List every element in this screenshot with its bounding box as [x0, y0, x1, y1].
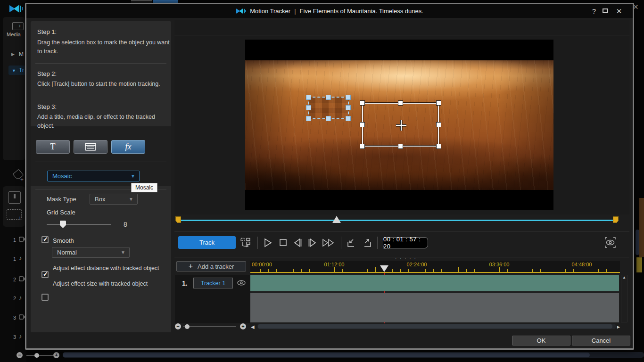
track-num-1a: 1 [13, 256, 16, 262]
tracker-name-field[interactable]: Tracker 1 [193, 278, 233, 288]
mask-type-select[interactable]: Box ▼ [90, 194, 138, 205]
app-zoom-out-button[interactable]: − [17, 352, 23, 358]
effect-select[interactable]: Mosaic ▼ [47, 171, 140, 181]
grid-scale-slider[interactable] [47, 224, 111, 225]
visibility-eye-icon[interactable] [237, 279, 246, 287]
attach-title-button[interactable]: T [36, 140, 70, 154]
timeline-vscroll[interactable]: ▲ [621, 275, 627, 322]
media-room-label[interactable]: Media [7, 32, 21, 37]
tree-item-media[interactable]: M [19, 51, 24, 58]
resize-handle[interactable] [326, 95, 331, 100]
dialog-titlebar[interactable]: Motion Tracker | Five Elements of Maurit… [26, 4, 633, 18]
chevron-down-icon: ▼ [131, 173, 135, 179]
seek-end-marker[interactable] [613, 216, 619, 223]
adjust-distance-checkbox[interactable]: ✓ [41, 271, 49, 278]
smooth-level-select[interactable]: Normal ▼ [52, 247, 130, 258]
resize-handle[interactable] [306, 105, 311, 110]
timeline-ruler[interactable]: 00:00:00 01:12:00 02:24:00 03:36:00 04:4… [250, 261, 620, 273]
ok-button[interactable]: OK [512, 336, 570, 346]
fast-forward-icon[interactable] [322, 237, 336, 248]
empty-track-bar[interactable] [250, 293, 619, 322]
app-zoom-slider[interactable] [26, 355, 53, 356]
resize-handle[interactable] [398, 100, 403, 106]
screen-tool-icon[interactable] [8, 191, 21, 204]
mark-in-icon[interactable] [346, 238, 358, 248]
bg-vscrollbar[interactable] [636, 230, 639, 255]
seek-thumb[interactable] [332, 216, 341, 223]
tracking-selection-box[interactable] [362, 103, 439, 147]
preview-quality-eye-icon[interactable] [604, 237, 616, 248]
tree-expand-arrow[interactable]: ▼ [12, 68, 16, 73]
mosaic-selection-box[interactable] [308, 97, 349, 119]
media-room-icon[interactable]: ♪ [12, 22, 24, 30]
seek-bar[interactable] [177, 220, 619, 221]
tracker1-clip-bar[interactable] [250, 275, 619, 291]
timeline-hscroll-thumb[interactable] [258, 324, 612, 329]
timeline-zoom-slider-thumb[interactable] [185, 324, 190, 329]
stop-icon[interactable] [278, 237, 288, 248]
grid-scale-label: Grid Scale [47, 209, 75, 216]
check-icon: ✓ [43, 271, 48, 278]
seek-start-marker[interactable] [175, 216, 181, 223]
grid-scale-slider-thumb[interactable] [60, 221, 66, 228]
resize-handle[interactable] [360, 100, 365, 106]
scroll-up-icon[interactable]: ▲ [621, 275, 627, 280]
adjust-size-checkbox[interactable] [41, 294, 49, 301]
tracking-mode-icon[interactable] [240, 237, 251, 248]
resize-handle[interactable] [360, 144, 365, 149]
dialog-title-sep: | [294, 8, 296, 15]
timeline-zoom-slider[interactable] [183, 326, 236, 327]
resize-handle[interactable] [346, 95, 351, 100]
app-hscroll-thumb[interactable] [63, 353, 590, 357]
resize-handle[interactable] [398, 144, 403, 149]
smooth-checkbox[interactable]: ✓ [41, 236, 49, 243]
crosshair-icon[interactable] [395, 119, 407, 132]
adjust-size-label: Adjust effect size with tracked object [53, 280, 148, 287]
resize-handle[interactable] [436, 122, 441, 127]
attach-effect-button[interactable]: fx [111, 140, 145, 154]
step1-text: Drag the selection box to mark the objec… [37, 38, 172, 56]
resize-handle[interactable] [360, 122, 365, 127]
timeline-hscroll-track[interactable] [257, 324, 616, 329]
resize-handle[interactable] [436, 144, 441, 149]
help-button[interactable]: ? [589, 7, 599, 15]
tree-item-tracked[interactable]: Tr [19, 67, 24, 74]
chevron-down-icon: ▼ [129, 197, 133, 202]
app-zoom-slider-thumb[interactable] [34, 353, 39, 358]
divider [377, 237, 378, 249]
timeline-zoom-out-button[interactable]: − [175, 323, 181, 329]
tree-collapse-arrow[interactable]: ▶ [11, 52, 15, 57]
media-clip-icon [85, 143, 96, 151]
attach-media-clip-button[interactable] [74, 140, 107, 154]
maximize-button[interactable] [603, 8, 608, 13]
next-frame-icon[interactable] [307, 237, 317, 248]
play-icon[interactable] [263, 237, 273, 248]
resize-handle[interactable] [306, 95, 311, 100]
app-hscroll-track[interactable] [63, 352, 644, 358]
mark-out-icon[interactable] [360, 238, 372, 248]
adjust-distance-label: Adjust effect distance with tracked obje… [53, 265, 159, 272]
scroll-right-icon[interactable]: ► [616, 324, 621, 329]
tracker-row-index: 1. [182, 280, 188, 287]
scroll-left-icon[interactable]: ◀ [251, 324, 255, 329]
resize-handle[interactable] [436, 100, 441, 106]
timecode-display[interactable]: 00 : 01 : 57 : 20 [383, 237, 428, 248]
audio-track-icon-2: ♪ [19, 294, 22, 301]
video-preview[interactable] [245, 40, 553, 210]
subtitle-track-icon[interactable]: + [7, 209, 22, 220]
previous-frame-icon[interactable] [292, 237, 303, 248]
title-t-glyph: T [50, 142, 56, 152]
resize-handle[interactable] [306, 116, 311, 121]
track-button[interactable]: Track [178, 236, 236, 249]
close-button[interactable]: ✕ [614, 7, 624, 16]
resize-handle[interactable] [346, 105, 351, 110]
resize-handle[interactable] [346, 116, 351, 121]
playhead-handle[interactable] [380, 265, 388, 272]
app-logo-icon [9, 4, 23, 14]
motion-tracker-dialog: Motion Tracker | Five Elements of Maurit… [25, 3, 634, 350]
timeline-zoom-in-button[interactable]: + [240, 323, 246, 329]
app-zoom-in-button[interactable]: + [53, 352, 59, 358]
add-tracker-button[interactable]: + Add a tracker [176, 261, 246, 272]
cancel-button[interactable]: Cancel [572, 336, 630, 346]
resize-handle[interactable] [326, 116, 331, 121]
